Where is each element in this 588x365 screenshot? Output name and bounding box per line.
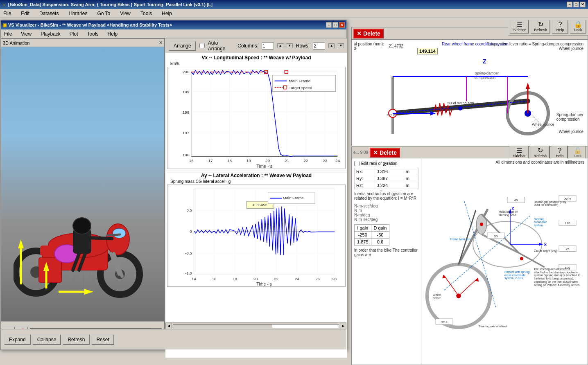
columns-input[interactable] xyxy=(262,42,274,50)
svg-text:The steering axis of wheel is: The steering axis of wheel is xyxy=(534,268,570,271)
vs-menu-tools[interactable]: Tools xyxy=(86,30,100,38)
spring-damper-ratio-label: Suspension lever ratio = Spring-damper c… xyxy=(487,42,583,51)
svg-text:Target speed: Target speed xyxy=(289,86,312,90)
svg-text:Time - s: Time - s xyxy=(256,282,271,286)
svg-text:197: 197 xyxy=(183,131,190,135)
maximize-button[interactable]: □ xyxy=(573,2,579,7)
svg-text:24: 24 xyxy=(295,277,299,281)
scrollbar-track[interactable] xyxy=(173,324,339,328)
right-panel-bottom: e... 9:09 ✕ Delete ☰ Sidebar ↻ Refresh ?… xyxy=(351,146,588,365)
sidebar-button-top[interactable]: ☰ Sidebar xyxy=(510,20,529,34)
svg-text:120: 120 xyxy=(565,221,570,225)
vs-menu-view[interactable]: View xyxy=(19,30,33,38)
lock-button-top[interactable]: 🔒 Lock xyxy=(570,20,586,34)
svg-text:26: 26 xyxy=(315,277,320,281)
svg-text:16: 16 xyxy=(189,158,194,163)
svg-text:Time - s: Time - s xyxy=(256,164,273,169)
main-menu-bar: File Edit Datasets Libraries Go To View … xyxy=(0,9,588,18)
scroll-left-btn[interactable]: ◀ xyxy=(165,323,172,329)
vs-menu-help[interactable]: Help xyxy=(106,30,120,38)
menu-view[interactable]: View xyxy=(118,10,132,17)
svg-text:Z: Z xyxy=(512,206,514,210)
animation-close-btn[interactable]: ✕ xyxy=(159,40,163,45)
gain-table: I gain D gain -250 -50 1.875 0.6 xyxy=(354,224,389,246)
delete-button-bottom[interactable]: ✕ Delete xyxy=(370,148,400,158)
columns-down[interactable]: ▼ xyxy=(287,43,293,48)
collapse-button[interactable]: Collapse xyxy=(32,334,61,345)
units4-label: N-m-sec/deg xyxy=(354,217,418,222)
refresh-button-vs[interactable]: Refresh xyxy=(63,334,90,345)
chart1-svg: 200 199 198 197 196 16 17 18 19 20 21 22… xyxy=(167,67,345,169)
svg-text:23: 23 xyxy=(323,158,328,163)
vs-title: VS Visualizer - BikeSim - ** Weave w/ Pa… xyxy=(8,23,172,27)
menu-goto[interactable]: Go To xyxy=(95,10,112,17)
vs-menu-bar: File View Playback Plot Tools Help xyxy=(1,29,346,38)
svg-text:compression: compression xyxy=(475,76,495,80)
svg-text:Steering: Steering xyxy=(534,218,544,221)
svg-point-37 xyxy=(480,223,483,226)
svg-rect-145 xyxy=(285,70,288,74)
vs-menu-file[interactable]: File xyxy=(2,30,14,38)
animation-panel: 3D Animation ✕ xyxy=(1,38,165,341)
arrange-button[interactable]: Arrange xyxy=(169,41,196,51)
help-button-bottom[interactable]: ? Help xyxy=(552,146,568,160)
svg-text:21: 21 xyxy=(285,158,289,163)
vs-menu-plot[interactable]: Plot xyxy=(68,30,80,38)
rows-down[interactable]: ▼ xyxy=(338,43,344,48)
svg-text:18: 18 xyxy=(227,158,232,163)
svg-text:22: 22 xyxy=(304,158,309,163)
svg-text:Wheel: Wheel xyxy=(433,293,441,296)
svg-text:22: 22 xyxy=(274,277,278,281)
svg-marker-10 xyxy=(526,83,530,89)
svg-text:steering head: steering head xyxy=(499,214,516,217)
charts-panel: Arrange Auto Arrange Columns: ▲ ▼ Rows: … xyxy=(165,38,347,358)
expand-button[interactable]: Expand xyxy=(4,334,31,345)
rows-up[interactable]: ▲ xyxy=(328,43,335,48)
motorcycle-svg xyxy=(14,190,153,305)
edit-radii-checkbox[interactable] xyxy=(354,161,360,166)
svg-text:198: 198 xyxy=(183,110,190,115)
svg-text:system (sprung mass) or attach: system (sprung mass) or attached to xyxy=(534,274,580,277)
vs-minimize[interactable]: – xyxy=(326,22,332,28)
help-button-top[interactable]: ? Help xyxy=(552,20,568,34)
menu-help[interactable]: Help xyxy=(160,10,174,17)
svg-text:X: X xyxy=(544,242,547,247)
animation-title: 3D Animation ✕ xyxy=(1,39,164,47)
vs-close[interactable]: ✕ xyxy=(339,22,345,28)
svg-text:40: 40 xyxy=(514,198,518,202)
menu-file[interactable]: File xyxy=(2,10,13,17)
svg-point-38 xyxy=(520,257,523,260)
svg-text:Main Frame: Main Frame xyxy=(283,196,304,200)
delete-button-top[interactable]: ✕ Delete xyxy=(353,29,384,38)
reset-button[interactable]: Reset xyxy=(91,334,114,345)
columns-up[interactable]: ▲ xyxy=(277,43,283,48)
refresh-button-top[interactable]: ↻ Refresh xyxy=(531,20,550,34)
bottom-scrollbar[interactable]: ◀ ▶ xyxy=(165,322,346,329)
scroll-right-btn[interactable]: ▶ xyxy=(340,323,346,329)
menu-datasets[interactable]: Datasets xyxy=(38,10,60,17)
close-button[interactable]: ✕ xyxy=(580,2,586,7)
refresh-button-bottom[interactable]: ↻ Refresh xyxy=(530,146,550,160)
auto-arrange-checkbox[interactable] xyxy=(199,43,205,48)
lock-icon: 🔒 xyxy=(574,21,582,28)
chart2-area: 0.5 0 -0.5 -1.0 14 16 18 20 22 24 26 28 xyxy=(167,185,346,287)
menu-edit[interactable]: Edit xyxy=(19,10,31,17)
svg-text:16: 16 xyxy=(212,277,217,281)
svg-rect-20 xyxy=(421,187,588,336)
svg-text:coordinate: coordinate xyxy=(534,221,547,223)
svg-text:200: 200 xyxy=(183,70,190,74)
lock-button-bottom[interactable]: 🔒 Lock xyxy=(570,146,586,160)
vs-maximize[interactable]: □ xyxy=(332,22,338,28)
vs-menu-playback[interactable]: Playback xyxy=(39,30,62,38)
menu-tools[interactable]: Tools xyxy=(139,10,154,17)
units3-label: N-m/deg xyxy=(354,213,418,217)
al-value2-label: 21.4732 xyxy=(389,44,403,48)
vs-bottom-toolbar: Expand Collapse Refresh Reset xyxy=(1,329,346,349)
minimize-button[interactable]: – xyxy=(567,2,572,7)
svg-text:Wheel jounce: Wheel jounce xyxy=(532,122,554,126)
svg-point-105 xyxy=(73,218,91,234)
menu-libraries[interactable]: Libraries xyxy=(67,10,89,17)
rows-input[interactable] xyxy=(313,42,325,50)
sidebar-button-bottom[interactable]: ☰ Sidebar xyxy=(509,146,529,160)
lock-icon-bottom: 🔒 xyxy=(574,147,582,154)
